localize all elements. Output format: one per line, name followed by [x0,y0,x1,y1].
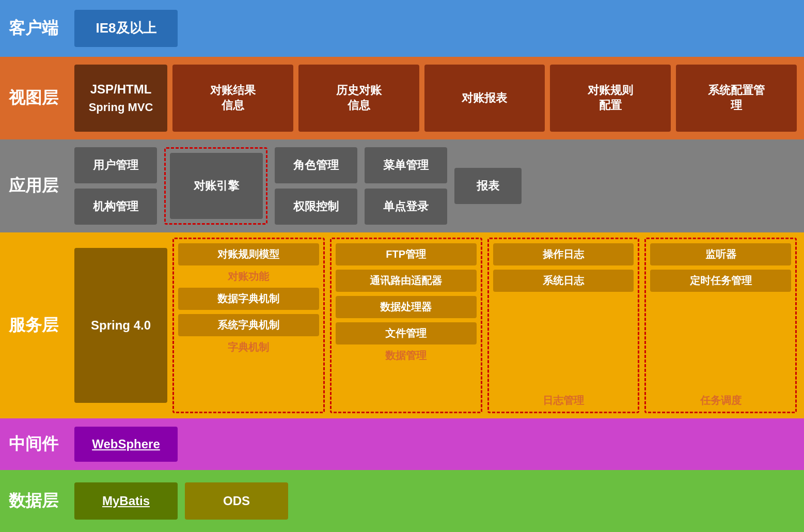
app-engine-box: 对账引擎 [170,153,263,219]
sg2-inner: FTP管理 通讯路由适配器 数据处理器 文件管理 数据管理 [336,243,477,408]
app-row: 应用层 用户管理 机构管理 对账引擎 角色管理 权限控制 菜单管理 单点登录 [0,139,804,232]
app-role-mgmt: 角色管理 [275,147,357,183]
sg2-item4: 文件管理 [336,322,477,345]
websphere-box: WebSphere [74,427,178,462]
middleware-row: 中间件 WebSphere [0,418,804,470]
sg1-orange: 对账功能 [228,270,269,284]
view-module-4: 对账规则 配置 [550,65,671,132]
websphere-label: WebSphere [92,436,160,452]
sg4-inner: 监听器 定时任务管理 [650,243,791,389]
app-col4: 菜单管理 单点登录 [365,147,447,225]
service-row: 服务层 Spring 4.0 对账规则模型 对账功能 数据字典机制 系统字典机制… [0,232,804,418]
app-label: 应用层 [0,139,67,232]
view-tech-line2: Spring MVC [89,100,153,115]
view-module-2: 历史对账 信息 [298,65,419,132]
app-content: 用户管理 机构管理 对账引擎 角色管理 权限控制 菜单管理 单点登录 报表 [67,139,804,232]
app-col3: 角色管理 权限控制 [275,147,357,225]
data-content: MyBatis ODS [67,470,804,532]
app-dashed-engine: 对账引擎 [164,147,267,225]
view-tech-line1: JSP/HTML [90,81,152,97]
service-spring-left: Spring 4.0 [74,238,167,413]
sg4-label: 任务调度 [700,394,742,408]
view-tech-box: JSP/HTML Spring MVC [74,65,167,132]
sg3-label: 日志管理 [543,394,584,408]
app-col5: 报表 [454,168,522,204]
sg3-inner: 操作日志 系统日志 [493,243,634,389]
middleware-content: WebSphere [67,418,804,470]
sg1-inner: 对账规则模型 对账功能 数据字典机制 系统字典机制 字典机制 [178,243,319,408]
service-group-zhangong: 对账规则模型 对账功能 数据字典机制 系统字典机制 字典机制 [172,238,325,413]
service-label: 服务层 [0,232,67,418]
sg2-item2: 通讯路由适配器 [336,270,477,292]
ods-box: ODS [185,482,288,520]
sg3-item1: 操作日志 [493,243,634,265]
app-user-mgmt: 用户管理 [74,147,157,183]
app-permission: 权限控制 [275,189,357,225]
view-label: 视图层 [0,57,67,139]
app-menu-mgmt: 菜单管理 [365,147,447,183]
client-row: 客户端 IE8及以上 [0,0,804,57]
sg4-item1: 监听器 [650,243,791,265]
view-module-3: 对账报表 [424,65,545,132]
client-label: 客户端 [0,0,67,57]
sg1-item3: 系统字典机制 [178,314,319,336]
app-report: 报表 [454,168,522,204]
mybatis-box: MyBatis [74,482,178,520]
mybatis-label: MyBatis [102,493,150,509]
sg2-item1: FTP管理 [336,243,477,265]
architecture-diagram: 客户端 IE8及以上 视图层 JSP/HTML Spring MVC 对账结果 … [0,0,804,532]
view-content: JSP/HTML Spring MVC 对账结果 信息 历史对账 信息 对账报表… [67,57,804,139]
client-content: IE8及以上 [67,0,804,57]
service-groups: 对账规则模型 对账功能 数据字典机制 系统字典机制 字典机制 FTP管理 通讯路… [172,238,797,413]
service-content: Spring 4.0 对账规则模型 对账功能 数据字典机制 系统字典机制 字典机… [67,232,804,418]
data-label: 数据层 [0,470,67,532]
view-row: 视图层 JSP/HTML Spring MVC 对账结果 信息 历史对账 信息 … [0,57,804,139]
app-org-mgmt: 机构管理 [74,189,157,225]
service-group-task: 监听器 定时任务管理 任务调度 [644,238,797,413]
ie-box: IE8及以上 [74,10,178,47]
app-col1: 用户管理 机构管理 [74,147,157,225]
sg1-sub: 字典机制 [228,340,269,354]
view-module-1: 对账结果 信息 [172,65,293,132]
view-module-5: 系统配置管 理 [676,65,797,132]
service-group-log: 操作日志 系统日志 日志管理 [487,238,640,413]
sg2-item3: 数据处理器 [336,296,477,318]
sg2-label: 数据管理 [385,349,427,363]
sg3-item2: 系统日志 [493,270,634,292]
spring-box: Spring 4.0 [74,248,167,403]
sg4-item2: 定时任务管理 [650,270,791,292]
service-group-data: FTP管理 通讯路由适配器 数据处理器 文件管理 数据管理 [330,238,482,413]
sg1-item1: 对账规则模型 [178,243,319,265]
middleware-label: 中间件 [0,418,67,470]
sg1-item2: 数据字典机制 [178,288,319,310]
data-row: 数据层 MyBatis ODS [0,470,804,532]
app-sso: 单点登录 [365,189,447,225]
